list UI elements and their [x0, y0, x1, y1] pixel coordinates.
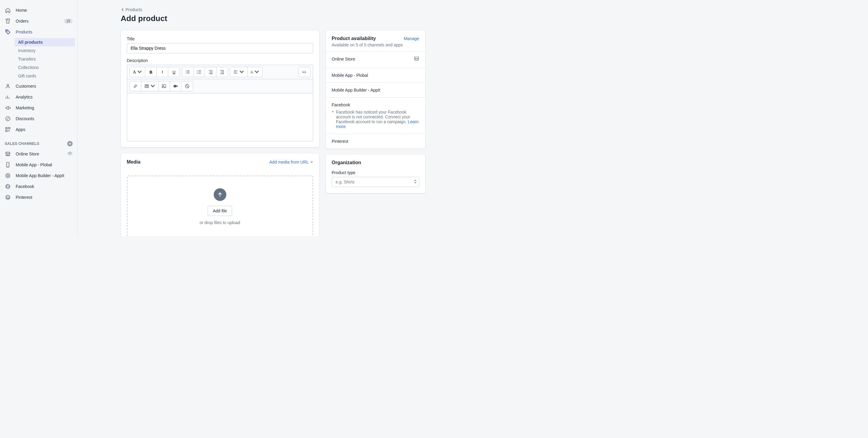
eye-icon[interactable]: [67, 150, 73, 157]
product-type-select[interactable]: [332, 177, 419, 187]
nav-analytics[interactable]: Analytics: [0, 92, 78, 102]
nav-orders[interactable]: Orders 15: [0, 16, 78, 27]
svg-rect-34: [234, 72, 236, 72]
svg-rect-30: [221, 71, 224, 72]
channel-pinterest[interactable]: Pinterest: [0, 192, 78, 203]
product-info-card: Title Description A B I U: [121, 30, 319, 147]
sub-gift-cards[interactable]: Gift cards: [14, 72, 75, 80]
dropzone-hint: or drop files to upload: [140, 220, 301, 225]
rte-clear-button[interactable]: [181, 81, 193, 91]
channel-appit[interactable]: Mobile App Builder - AppIt: [0, 170, 78, 181]
rte-underline-button[interactable]: U: [168, 67, 180, 77]
svg-rect-32: [220, 73, 224, 74]
title-label: Title: [127, 36, 313, 41]
apps-icon: [5, 127, 11, 133]
nav-label: Analytics: [16, 95, 33, 99]
organization-card: Organization Product type: [326, 155, 425, 193]
calendar-icon[interactable]: [414, 57, 419, 63]
nav-marketing[interactable]: Marketing: [0, 102, 78, 113]
sub-all-products[interactable]: All products: [14, 38, 75, 46]
svg-rect-39: [174, 85, 176, 87]
media-card: Media Add media from URL Ad: [121, 153, 319, 236]
products-icon: [5, 29, 11, 35]
svg-rect-28: [209, 73, 213, 74]
rte-bullet-list-button[interactable]: [182, 67, 193, 77]
description-editor[interactable]: [127, 93, 313, 141]
availability-online-store: Online Store: [326, 52, 425, 68]
rte-align-button[interactable]: [230, 67, 247, 77]
svg-rect-33: [234, 70, 238, 71]
title-input[interactable]: [127, 43, 313, 53]
nav-label: Discounts: [16, 116, 34, 121]
rte-table-button[interactable]: [141, 81, 158, 91]
rte-image-button[interactable]: [158, 81, 170, 91]
facebook-icon: [5, 183, 11, 190]
nav-apps[interactable]: Apps: [0, 124, 78, 135]
channel-mobile-plobal[interactable]: Mobile App - Plobal: [0, 159, 78, 170]
svg-point-9: [7, 175, 9, 176]
svg-rect-36: [145, 85, 149, 88]
svg-rect-24: [198, 73, 201, 74]
nav-label: Home: [16, 8, 27, 13]
chevron-down-icon: [310, 161, 313, 164]
sub-collections[interactable]: Collections: [14, 63, 75, 72]
breadcrumb[interactable]: Products: [121, 7, 425, 12]
nav-discounts[interactable]: Discounts: [0, 113, 78, 124]
rte-video-button[interactable]: [170, 81, 181, 91]
add-file-button[interactable]: Add file: [208, 206, 232, 216]
warning-bullet-icon: •: [332, 110, 334, 129]
manage-availability-button[interactable]: Manage: [404, 36, 419, 41]
chevron-left-icon: [121, 8, 124, 11]
nav-home[interactable]: Home: [0, 5, 78, 16]
rte-font-button[interactable]: A: [130, 67, 146, 77]
rte-color-button[interactable]: A: [247, 67, 262, 77]
availability-appit: Mobile App Builder - AppIt: [326, 82, 425, 97]
discounts-icon: [5, 116, 11, 122]
svg-rect-5: [6, 130, 7, 132]
nav-label: Apps: [16, 127, 25, 132]
channel-label: Pinterest: [16, 195, 32, 200]
svg-rect-29: [220, 70, 224, 71]
customers-icon: [5, 83, 11, 89]
svg-point-1: [7, 85, 9, 86]
rte-outdent-button[interactable]: [205, 67, 216, 77]
svg-rect-22: [198, 72, 201, 72]
nav-products[interactable]: Products: [0, 27, 78, 37]
media-dropzone[interactable]: Add file or drop files to upload: [127, 176, 313, 236]
svg-point-11: [5, 195, 10, 200]
nav-customers[interactable]: Customers: [0, 81, 78, 92]
channel-online-store[interactable]: Online Store: [0, 148, 78, 159]
rte-numbered-list-button[interactable]: 123: [193, 67, 205, 77]
add-media-url-button[interactable]: Add media from URL: [270, 160, 313, 165]
svg-rect-3: [6, 127, 7, 129]
svg-point-13: [186, 70, 186, 71]
svg-point-17: [186, 73, 186, 73]
rte-bold-button[interactable]: B: [145, 67, 157, 77]
rte-indent-button[interactable]: [216, 67, 228, 77]
nav-label: Marketing: [16, 105, 34, 110]
svg-point-15: [186, 72, 186, 72]
rte-toolbar: A B I U 123: [127, 65, 313, 79]
sidebar: Home Orders 15 Products All products Inv…: [0, 0, 78, 236]
analytics-icon: [5, 94, 11, 100]
add-channel-button[interactable]: [67, 141, 73, 146]
channel-label: Online Store: [16, 151, 39, 156]
product-type-label: Product type: [332, 170, 419, 175]
channel-facebook[interactable]: Facebook: [0, 181, 78, 192]
media-title: Media: [127, 159, 141, 165]
rte-toolbar-2: [127, 79, 313, 93]
nav-label: Products: [16, 30, 32, 34]
rte-link-button[interactable]: [130, 81, 141, 91]
page-title: Add product: [121, 14, 425, 23]
svg-rect-14: [187, 70, 190, 71]
sub-inventory[interactable]: Inventory: [14, 46, 75, 55]
availability-pinterest: Pinterest: [326, 134, 425, 148]
store-icon: [5, 151, 11, 157]
rte-html-button[interactable]: <>: [299, 67, 310, 77]
upload-icon: [214, 188, 226, 201]
rte-italic-button[interactable]: I: [157, 67, 168, 77]
availability-facebook: Facebook • Facebook has noticed your Fac…: [326, 97, 425, 134]
sub-transfers[interactable]: Transfers: [14, 55, 75, 63]
orders-badge: 15: [64, 19, 73, 24]
svg-rect-25: [209, 70, 213, 71]
